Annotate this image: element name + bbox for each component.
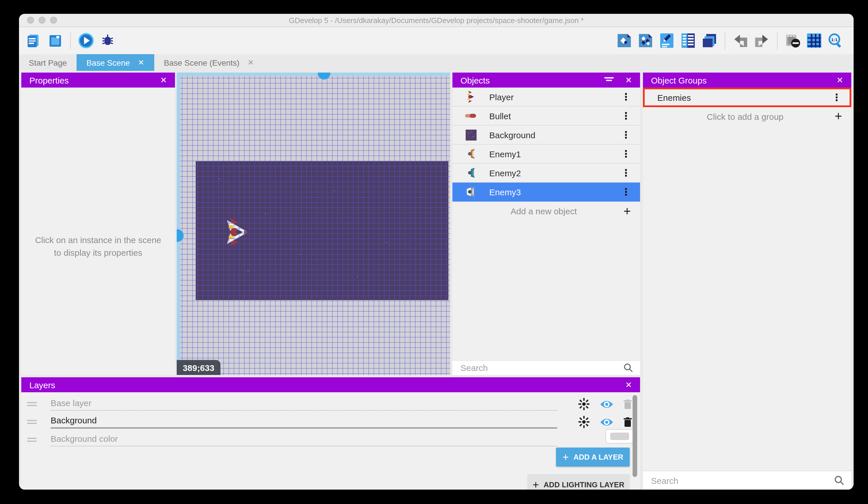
add-layer-button[interactable]: + ADD A LAYER <box>556 447 630 466</box>
add-group-label: Click to add a group <box>655 111 835 121</box>
object-menu-icon[interactable]: ⋮ <box>621 187 631 197</box>
object-groups-panel: Object Groups ✕ Enemies ⋮ Click to add a… <box>643 73 851 490</box>
close-window-button[interactable] <box>27 17 34 24</box>
vertical-scrollbar-track[interactable] <box>177 73 180 375</box>
enemy2-object-icon <box>464 167 478 179</box>
grid-icon[interactable] <box>806 33 822 48</box>
redo-icon[interactable] <box>754 33 769 48</box>
drag-handle-icon[interactable] <box>27 420 37 424</box>
enemy1-object-icon <box>464 148 478 160</box>
vertical-scrollbar-thumb[interactable] <box>177 229 184 242</box>
minimize-window-button[interactable] <box>39 17 45 24</box>
layer-name[interactable]: Background <box>51 415 557 429</box>
layer-effects-icon[interactable] <box>578 416 590 428</box>
player-object-icon <box>464 90 478 103</box>
player-ship-sprite[interactable] <box>225 218 248 246</box>
object-name: Enemy3 <box>489 187 621 197</box>
plus-icon: + <box>562 452 569 463</box>
object-row-background[interactable]: Background ⋮ <box>452 125 640 144</box>
layer-row-background-color[interactable]: Background color <box>21 431 640 449</box>
add-group-row[interactable]: Click to add a group + <box>643 107 851 125</box>
traffic-lights <box>27 17 57 24</box>
object-row-enemy3-selected[interactable]: Enemy3 ⋮ <box>452 183 640 202</box>
close-panel-icon[interactable]: ✕ <box>626 380 632 389</box>
drag-handle-icon[interactable] <box>27 402 37 406</box>
layer-visibility-eye-icon[interactable] <box>600 400 613 409</box>
close-panel-icon[interactable]: ✕ <box>837 75 843 85</box>
layers-panel: Layers ✕ Base layer Background <box>21 377 640 490</box>
object-name: Enemy2 <box>489 168 621 178</box>
horizontal-scrollbar-thumb[interactable] <box>318 73 330 80</box>
panel-title: Objects <box>461 75 490 85</box>
main-toolbar: 1:1 <box>19 27 854 54</box>
enemy3-object-icon <box>464 185 478 198</box>
object-name: Enemy1 <box>489 149 621 159</box>
events-list-icon[interactable] <box>680 33 696 48</box>
object-row-enemy2[interactable]: Enemy2 ⋮ <box>452 164 640 183</box>
play-preview-icon[interactable] <box>78 33 94 48</box>
toolbar-separator <box>725 32 725 49</box>
window-title: GDevelop 5 - /Users/dkarakay/Documents/G… <box>19 14 854 27</box>
panel-title: Layers <box>29 380 55 390</box>
tab-base-scene[interactable]: Base Scene ✕ <box>76 54 154 71</box>
object-menu-icon[interactable]: ⋮ <box>621 130 631 140</box>
plus-icon: + <box>533 479 539 490</box>
object-row-enemy1[interactable]: Enemy1 ⋮ <box>452 144 640 164</box>
horizontal-scrollbar-track[interactable] <box>177 73 450 76</box>
panel-title: Object Groups <box>651 75 706 85</box>
zoom-window-button[interactable] <box>50 17 57 24</box>
title-bar: GDevelop 5 - /Users/dkarakay/Documents/G… <box>19 14 854 27</box>
tab-label: Base Scene <box>86 58 130 67</box>
scene-properties-icon[interactable] <box>617 33 632 48</box>
svg-text:1:1: 1:1 <box>831 37 838 42</box>
mask-toggle-icon[interactable] <box>785 33 800 48</box>
layer-effects-icon[interactable] <box>578 398 590 410</box>
group-menu-icon[interactable]: ⋮ <box>832 92 841 102</box>
filter-icon[interactable] <box>604 75 614 85</box>
layer-row-background[interactable]: Background <box>21 413 640 431</box>
objects-doc-icon[interactable] <box>638 33 653 48</box>
groups-search-input[interactable] <box>650 475 834 486</box>
close-tab-icon[interactable]: ✕ <box>248 58 254 67</box>
object-groups-header: Object Groups ✕ <box>643 73 851 88</box>
objects-header: Objects ✕ <box>452 73 640 88</box>
object-menu-icon[interactable]: ⋮ <box>621 92 631 102</box>
layers-copy-icon[interactable] <box>702 33 717 48</box>
objects-search-input[interactable] <box>459 362 623 373</box>
object-menu-icon[interactable]: ⋮ <box>621 168 631 178</box>
delete-layer-icon[interactable] <box>623 417 632 427</box>
tab-label: Base Scene (Events) <box>164 58 239 67</box>
layer-row-base-layer[interactable]: Base layer <box>21 395 640 413</box>
background-color-swatch[interactable] <box>606 429 634 444</box>
objects-panel: Objects ✕ Player ⋮ <box>452 73 640 375</box>
tab-label: Start Page <box>29 58 67 67</box>
scene-canvas[interactable]: 389;633 <box>177 73 450 375</box>
close-tab-icon[interactable]: ✕ <box>138 58 144 67</box>
tab-start-page[interactable]: Start Page <box>19 54 76 71</box>
add-object-plus-icon[interactable]: + <box>623 205 631 218</box>
add-lighting-layer-button[interactable]: + ADD LIGHTING LAYER <box>527 474 630 490</box>
object-row-bullet[interactable]: Bullet ⋮ <box>452 107 640 125</box>
layer-name[interactable]: Base layer <box>51 398 557 410</box>
edit-scene-icon[interactable] <box>659 33 675 48</box>
undo-icon[interactable] <box>733 33 748 48</box>
zoom-1-1-icon[interactable]: 1:1 <box>828 33 843 48</box>
add-group-plus-icon[interactable]: + <box>835 110 842 123</box>
preview-window-icon[interactable] <box>47 33 63 48</box>
project-manager-icon[interactable] <box>26 33 41 48</box>
add-object-row[interactable]: Add a new object + <box>452 202 640 221</box>
layers-header: Layers ✕ <box>21 377 640 392</box>
background-object-icon <box>464 129 478 140</box>
objects-search-bar <box>452 360 640 375</box>
debug-icon[interactable] <box>100 33 115 48</box>
object-menu-icon[interactable]: ⋮ <box>621 111 631 121</box>
layer-visibility-eye-icon[interactable] <box>600 417 613 426</box>
close-panel-icon[interactable]: ✕ <box>626 75 632 85</box>
object-menu-icon[interactable]: ⋮ <box>621 149 631 159</box>
object-row-player[interactable]: Player ⋮ <box>452 88 640 107</box>
group-row-enemies-highlighted[interactable]: Enemies ⋮ <box>643 88 851 107</box>
layer-name: Background color <box>51 433 557 446</box>
close-panel-icon[interactable]: ✕ <box>160 75 167 85</box>
tab-base-scene-events[interactable]: Base Scene (Events) ✕ <box>154 54 264 71</box>
layers-scrollbar-thumb[interactable] <box>633 395 637 477</box>
